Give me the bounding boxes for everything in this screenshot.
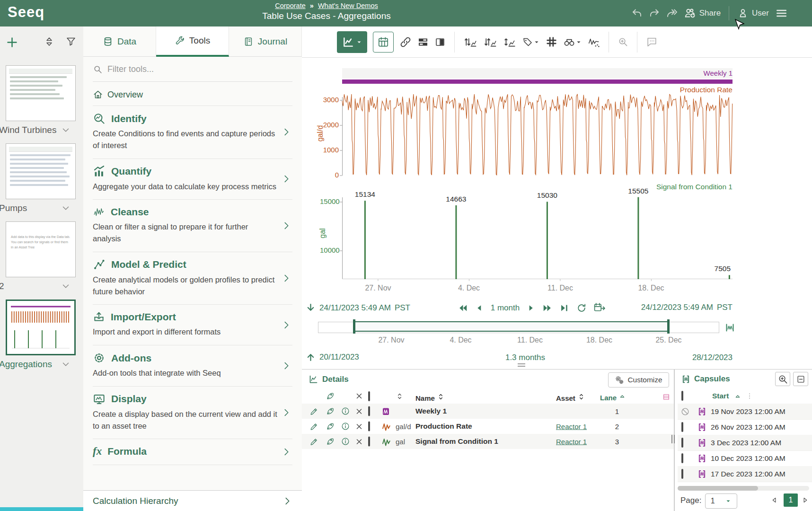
range-slider-left-handle[interactable] <box>353 319 355 334</box>
item-name[interactable]: Weekly 1 <box>415 407 447 415</box>
asset-link[interactable]: Reactor 1 <box>556 438 587 446</box>
sort-worksheets-icon[interactable] <box>44 36 55 47</box>
worksheet-thumbnail-2[interactable]: Add data to this display via the Data ta… <box>6 221 77 277</box>
worksheet-thumbnail-3[interactable] <box>6 300 77 355</box>
step-back-button[interactable] <box>475 303 484 313</box>
info-icon[interactable] <box>341 406 350 416</box>
select-all-checkbox[interactable] <box>368 391 370 401</box>
worksheet-thumbnail-1[interactable] <box>6 143 77 199</box>
investigate-range-duration[interactable]: 1.3 months <box>431 353 620 362</box>
remove-icon[interactable] <box>355 438 363 446</box>
gridlines-button[interactable] <box>546 36 557 48</box>
worksheet-preview[interactable] <box>6 65 76 121</box>
redo-icon[interactable] <box>649 8 660 19</box>
lane-scale-button[interactable] <box>483 36 497 48</box>
info-icon[interactable] <box>341 437 350 446</box>
panel-splitter-handle[interactable] <box>518 363 525 367</box>
details-row[interactable]: gal Signal from Condition 1 Reactor 1 3 <box>302 434 674 449</box>
column-options-icon[interactable] <box>662 393 670 401</box>
display-range-start[interactable]: 24/11/2023 5:49 AM <box>319 303 391 313</box>
lanes-button[interactable] <box>417 36 429 48</box>
worksheet-name-2[interactable]: 2 <box>0 281 71 291</box>
annotate-button[interactable] <box>646 36 658 48</box>
capsule-lane-toggle-icon[interactable] <box>725 323 735 333</box>
share-button[interactable]: Share <box>699 9 721 18</box>
next-page-button[interactable] <box>798 493 812 507</box>
condition-table-button[interactable] <box>373 32 394 53</box>
worksheet-preview[interactable] <box>6 300 76 355</box>
capsule-row[interactable]: 19 Nov 2023 12:00 AM <box>678 404 812 420</box>
worksheet-name-1[interactable]: Pumps <box>0 203 71 213</box>
step-back-fast-button[interactable] <box>458 303 468 313</box>
capsule-checkbox[interactable] <box>681 469 683 479</box>
capsules-hscrollbar-thumb[interactable] <box>678 486 758 491</box>
page-select[interactable]: 1 <box>705 493 737 509</box>
asset-link[interactable]: Reactor 1 <box>556 423 587 431</box>
capsule-checkbox[interactable] <box>681 438 683 448</box>
auto-scale-y-button[interactable] <box>463 36 477 48</box>
hamburger-menu-icon[interactable] <box>775 7 787 19</box>
labels-button[interactable] <box>522 36 540 48</box>
forward-icon[interactable] <box>666 8 678 19</box>
weekly-1-capsule-bar[interactable] <box>342 79 733 84</box>
calculation-hierarchy-button[interactable]: Calculation Hierarchy <box>83 490 302 511</box>
item-name[interactable]: Production Rate <box>415 422 472 431</box>
worksheet-menu-chevron-icon[interactable] <box>61 359 71 370</box>
worksheet-thumbnail-0[interactable] <box>6 65 77 121</box>
column-lane[interactable]: Lane <box>600 393 626 402</box>
investigate-range-start[interactable]: 20/11/2023 <box>319 352 359 362</box>
user-menu-button[interactable]: User <box>752 9 769 18</box>
remove-icon[interactable] <box>355 407 363 416</box>
capsule-row[interactable]: 17 Dec 2023 12:00 AM <box>678 466 812 482</box>
share-users-icon[interactable] <box>684 7 696 19</box>
step-to-end-button[interactable] <box>559 303 570 313</box>
production-rate-series[interactable] <box>342 92 733 176</box>
undo-icon[interactable] <box>631 8 643 19</box>
capsule-row[interactable]: 26 Nov 2023 12:00 AM <box>678 419 812 435</box>
capsules-collapse-button[interactable] <box>793 372 808 386</box>
range-slider-track[interactable] <box>318 322 719 333</box>
capsule-checkbox[interactable] <box>681 422 683 432</box>
info-icon[interactable] <box>341 422 350 431</box>
remove-icon[interactable] <box>355 423 363 431</box>
rocket-icon[interactable] <box>326 406 335 416</box>
panel-divider-handle[interactable] <box>671 435 675 443</box>
step-forward-button[interactable] <box>526 303 536 313</box>
auto-update-button[interactable] <box>593 302 605 314</box>
capsules-start-column[interactable]: Start <box>712 392 729 400</box>
tab-data[interactable]: Data <box>83 26 156 57</box>
capsule-checkbox[interactable] <box>681 453 683 463</box>
tool-item-import-export[interactable]: Import/Export Import and export in diffe… <box>93 305 292 345</box>
tool-item-identify[interactable]: Identify Create Conditions to find event… <box>93 106 292 159</box>
details-row[interactable]: Weekly 1 1 <box>302 404 674 419</box>
tab-journal[interactable]: Journal <box>229 26 302 57</box>
rocket-icon[interactable] <box>326 422 335 431</box>
worksheet-name-3[interactable]: Aggregations <box>0 359 71 370</box>
step-forward-fast-button[interactable] <box>542 303 553 313</box>
capsule-row[interactable]: 10 Dec 2023 12:00 AM <box>678 450 812 467</box>
one-axis-scale-button[interactable] <box>503 36 516 48</box>
tool-item-formula[interactable]: fxFormula <box>93 439 292 465</box>
capsule-row[interactable]: 3 Dec 2023 12:00 AM <box>678 435 812 451</box>
range-slider-right-handle[interactable] <box>667 319 670 334</box>
remove-all-icon[interactable] <box>355 392 363 400</box>
column-asset[interactable]: Asset <box>556 393 585 402</box>
breadcrumb-folder-link[interactable]: Corporate <box>275 2 305 9</box>
edit-icon[interactable] <box>309 407 318 416</box>
edit-icon[interactable] <box>309 437 318 446</box>
details-row[interactable]: gal/d Production Rate Reactor 1 2 <box>302 419 674 434</box>
range-slider-selection[interactable] <box>353 321 669 332</box>
tool-item-overview[interactable]: Overview <box>93 82 292 106</box>
filter-tools-input[interactable]: Filter tools... <box>93 57 292 82</box>
rocket-icon[interactable] <box>326 437 335 446</box>
rocket-icon[interactable] <box>326 391 335 401</box>
sort-items-icon[interactable] <box>396 392 404 400</box>
zoom-button[interactable] <box>618 36 628 47</box>
column-menu-icon[interactable] <box>746 392 753 400</box>
compare-view-button[interactable] <box>434 36 446 48</box>
current-page-button[interactable]: 1 <box>784 493 798 507</box>
tool-item-model-predict[interactable]: Model & Predict Create analytical models… <box>93 252 292 305</box>
user-icon[interactable] <box>737 8 749 19</box>
worksheet-menu-chevron-icon[interactable] <box>61 281 71 291</box>
dimming-button[interactable] <box>588 36 600 48</box>
